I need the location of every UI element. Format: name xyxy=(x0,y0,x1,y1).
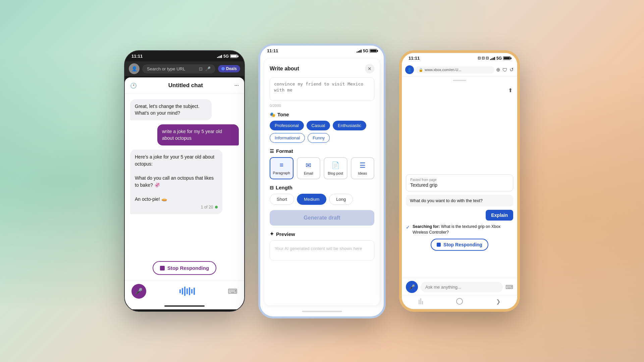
write-textarea[interactable] xyxy=(270,77,374,101)
mic-button-1[interactable]: 🎤 xyxy=(131,284,146,299)
format-label: Format xyxy=(276,148,293,154)
preview-section: ✦ Preview Your AI generated content will… xyxy=(270,231,374,260)
paragraph-label: Paragraph xyxy=(273,171,290,175)
keyboard-icon[interactable]: ⌨ xyxy=(228,287,237,295)
signal-icon-3 xyxy=(490,56,495,60)
home-bar-2 xyxy=(302,311,342,312)
status-bar-2: 11:11 5G xyxy=(260,46,384,56)
more-icon[interactable]: ··· xyxy=(234,82,239,88)
deals-label: Deals xyxy=(226,66,237,71)
format-section-title: ☰ Format xyxy=(270,148,374,154)
tone-professional[interactable]: Professional xyxy=(270,121,304,130)
close-button[interactable]: ✕ xyxy=(365,64,374,73)
tone-grid: Professional Casual Enthusiastic Informa… xyxy=(270,121,374,143)
msg-text-2: write a joke for my 5 year old about oct… xyxy=(162,129,222,141)
status-bar-1: 11:11 5G xyxy=(125,51,244,61)
format-blogpost[interactable]: 📄 Blog post xyxy=(324,157,347,179)
deals-dot xyxy=(221,67,225,70)
length-label: Length xyxy=(276,185,292,190)
chat-messages-1: Great, let's change the subject. What's … xyxy=(125,94,244,258)
phone-2: 11:11 5G Write about ✕ 0/2000 🎭 Tone xyxy=(258,44,386,318)
bookmark-icon[interactable]: ⊕ xyxy=(496,67,500,73)
length-short[interactable]: Short xyxy=(270,194,294,205)
write-header: Write about ✕ xyxy=(270,64,374,73)
format-paragraph[interactable]: ≡ Paragraph xyxy=(270,157,293,179)
char-count: 0/2000 xyxy=(270,104,374,108)
chat-input-3[interactable] xyxy=(421,282,503,292)
nav-bars-icon xyxy=(419,298,423,304)
home-circle-icon[interactable] xyxy=(456,298,463,305)
message-3: Here's a joke for your 5 year old about … xyxy=(130,149,222,214)
pasted-text: Textured grip xyxy=(410,182,509,188)
network-2: 5G xyxy=(363,49,368,53)
green-dot xyxy=(215,206,218,208)
url-text: www.xbox.com/en-U... xyxy=(425,68,461,72)
message-2: write a joke for my 5 year old about oct… xyxy=(157,124,239,145)
deals-pill[interactable]: Deals xyxy=(218,65,240,72)
tone-section-title: 🎭 Tone xyxy=(270,112,374,117)
phone-1: 11:11 5G 👤 Search or type URL ⊡ 🎤 xyxy=(124,50,245,312)
explain-button[interactable]: Explain xyxy=(486,210,513,221)
url-bar-3[interactable]: 🔒 www.xbox.com/en-U... xyxy=(416,66,494,73)
avatar-1[interactable]: 👤 xyxy=(129,63,140,74)
status-bar-3: 11:11 ⊡ ⊡ ⊡ 5G xyxy=(402,53,517,63)
battery-icon-3 xyxy=(503,56,511,60)
length-chips: Short Medium Long xyxy=(270,194,374,205)
format-ideas[interactable]: ☰ Ideas xyxy=(351,157,375,179)
keyboard-icon-3[interactable]: ⌨ xyxy=(505,284,513,290)
stop-label-3: Stop Responding xyxy=(443,242,482,247)
length-medium[interactable]: Medium xyxy=(297,194,326,205)
length-long[interactable]: Long xyxy=(329,194,353,205)
phone1-bottom: 🎤 ⌨ xyxy=(125,280,244,304)
tone-label: Tone xyxy=(277,112,289,117)
mic-button-3[interactable]: 🎤 xyxy=(406,281,418,293)
phone2-body: Write about ✕ 0/2000 🎭 Tone Professional… xyxy=(260,56,384,315)
tone-icon: 🎭 xyxy=(270,112,275,117)
check-icon: ✓ xyxy=(406,224,410,231)
share-icon[interactable]: ⬆ xyxy=(508,87,513,94)
tone-enthusiastic[interactable]: Enthusiastic xyxy=(333,121,366,130)
phone3-body: 👤 🔒 www.xbox.com/en-U... ⊕ 🛡 ↺ ⬆ Pasted … xyxy=(402,63,517,307)
counter-text: 1 of 20 xyxy=(201,204,213,210)
msg-text-1: Great, let's change the subject. What's … xyxy=(135,104,200,116)
preview-icon: ✦ xyxy=(270,231,274,237)
nav-avatar-3[interactable]: 👤 xyxy=(405,65,414,74)
waveform xyxy=(179,286,195,296)
question-bubble: What do you want to do with the text? xyxy=(406,195,513,206)
stop-responding-btn-3[interactable]: Stop Responding xyxy=(431,239,488,251)
history-icon[interactable]: 🕐 xyxy=(130,82,137,89)
chat-panel-3: Pasted from page Textured grip What do y… xyxy=(402,170,517,255)
stop-label-1: Stop Responding xyxy=(167,265,209,271)
shield-icon[interactable]: 🛡 xyxy=(502,67,507,73)
searching-text: Searching for: What is the textured grip… xyxy=(413,224,513,235)
bottom-nav-3: ❯ xyxy=(402,295,517,307)
refresh-icon[interactable]: ↺ xyxy=(509,67,514,73)
pasted-card: Pasted from page Textured grip xyxy=(406,174,513,191)
preview-title: ✦ Preview xyxy=(270,231,374,237)
email-icon: ✉ xyxy=(306,161,311,169)
tone-informational[interactable]: Informational xyxy=(270,133,305,143)
tone-casual[interactable]: Casual xyxy=(307,121,330,130)
chat-title-1: Untitled chat xyxy=(168,82,203,89)
preview-placeholder: Your AI generated content will be shown … xyxy=(275,246,362,251)
stop-icon-3 xyxy=(437,243,441,247)
back-chevron-icon[interactable]: ❯ xyxy=(496,298,500,305)
stop-icon-1 xyxy=(160,266,165,270)
ideas-icon: ☰ xyxy=(360,161,366,169)
msg-text-3: Here's a joke for your 5 year old about … xyxy=(135,154,214,202)
extra-icons: ⊡ ⊡ ⊡ xyxy=(478,56,489,60)
search-bar-1[interactable]: Search or type URL ⊡ 🎤 xyxy=(142,64,215,73)
format-email[interactable]: ✉ Email xyxy=(297,157,321,179)
camera-icon[interactable]: ⊡ xyxy=(199,66,203,71)
generate-draft-button[interactable]: Generate draft xyxy=(270,210,374,226)
format-icon: ☰ xyxy=(270,148,274,154)
input-area-3: 🎤 ⌨ xyxy=(402,278,517,295)
msg-counter: 1 of 20 xyxy=(135,204,218,210)
tone-funny[interactable]: Funny xyxy=(308,133,330,143)
phone1-body: 👤 Search or type URL ⊡ 🎤 Deals 🕐 Untitle… xyxy=(125,61,244,309)
battery-icon-2 xyxy=(370,49,377,53)
mic-icon[interactable]: 🎤 xyxy=(205,66,211,71)
ideas-label: Ideas xyxy=(358,171,367,175)
stop-responding-btn-1[interactable]: Stop Responding xyxy=(153,261,216,275)
time-2: 11:11 xyxy=(267,48,278,53)
